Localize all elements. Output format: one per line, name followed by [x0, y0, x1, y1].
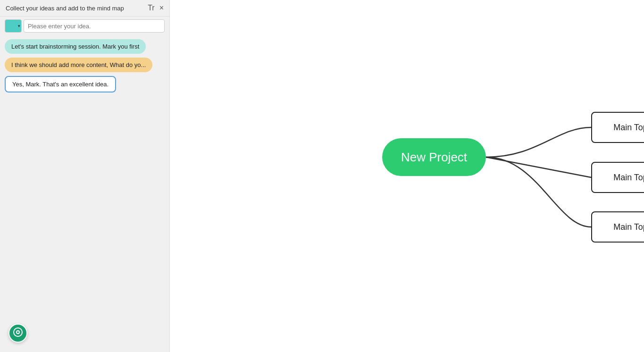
- chevron-down-icon: ▾: [18, 24, 20, 28]
- panel-header: Collect your ideas and add to the mind m…: [0, 0, 169, 17]
- right-panel: New Project Main Topic Main Topic Main T…: [170, 0, 644, 352]
- left-panel: Collect your ideas and add to the mind m…: [0, 0, 170, 352]
- color-swatch: [7, 22, 17, 30]
- color-picker-button[interactable]: ▾: [5, 19, 22, 33]
- header-right: Tr ×: [148, 4, 164, 12]
- mindmap-node-1[interactable]: Main Topic: [591, 112, 644, 143]
- idea-input[interactable]: [24, 19, 165, 33]
- message-bubble-2[interactable]: I think we should add more content, What…: [5, 58, 152, 72]
- input-row: ▾: [0, 17, 169, 35]
- font-icon[interactable]: Tr: [148, 4, 155, 12]
- ai-avatar-icon: [13, 327, 23, 340]
- message-bubble-3[interactable]: Yes, Mark. That's an excellent idea.: [5, 76, 116, 92]
- close-icon[interactable]: ×: [159, 4, 164, 12]
- mindmap-node-2[interactable]: Main Topic: [591, 162, 644, 193]
- message-bubble-1[interactable]: Let's start brainstorming session. Mark …: [5, 39, 146, 54]
- mindmap-svg: [170, 0, 644, 352]
- mindmap-center-node[interactable]: New Project: [382, 138, 486, 176]
- messages-list: Let's start brainstorming session. Mark …: [0, 35, 169, 96]
- ai-avatar[interactable]: [8, 324, 27, 343]
- mindmap-node-3[interactable]: Main Topic: [591, 211, 644, 243]
- svg-point-2: [17, 331, 19, 333]
- panel-title: Collect your ideas and add to the mind m…: [6, 5, 124, 12]
